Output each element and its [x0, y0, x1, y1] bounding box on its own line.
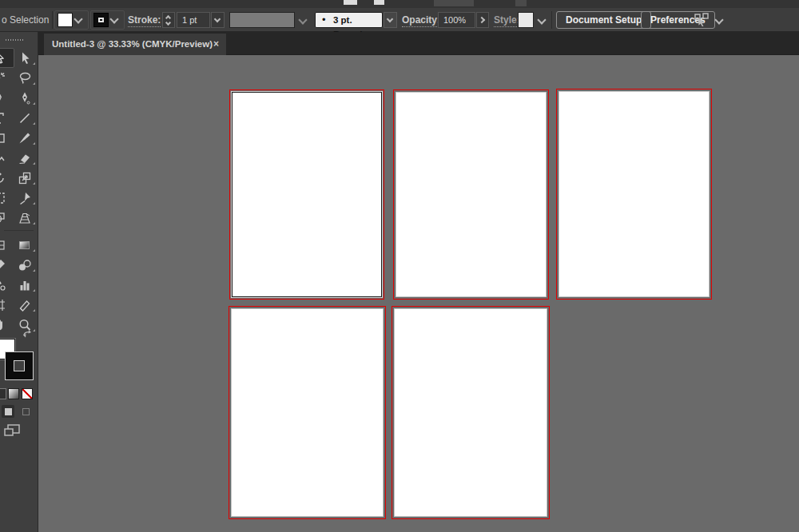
slice-tool-icon[interactable] [11, 295, 38, 315]
pen-tool-icon[interactable] [0, 88, 11, 108]
tool-row [0, 48, 38, 68]
tools-panel [0, 32, 38, 532]
tool-row [0, 88, 38, 108]
app-bar-fragment [515, 0, 527, 6]
fill-swatch-group [54, 10, 89, 30]
tool-row [0, 235, 38, 255]
lasso-tool-icon[interactable] [11, 68, 38, 88]
tab-close-icon[interactable]: × [213, 34, 219, 55]
style-swatch[interactable] [518, 12, 534, 28]
artboard-5-paper[interactable] [394, 308, 547, 517]
tool-list [0, 48, 38, 335]
color-button[interactable] [0, 388, 6, 399]
artboard-2[interactable] [393, 89, 549, 300]
brush-definition-dropdown[interactable]: • 3 pt. Round [315, 12, 383, 28]
tool-row [0, 108, 38, 128]
tool-row [0, 188, 38, 208]
stroke-weight-field[interactable]: 1 pt [177, 12, 210, 28]
separator [52, 11, 53, 29]
shaper-tool-icon[interactable] [0, 148, 11, 168]
rotate-tool-icon[interactable] [0, 168, 11, 188]
artboard-3-paper[interactable] [559, 91, 710, 297]
blend-tool-icon[interactable] [11, 255, 38, 275]
eyedropper-tool-icon[interactable] [0, 255, 11, 275]
tool-row [0, 275, 38, 295]
line-segment-tool-icon[interactable] [11, 108, 38, 128]
document-tab[interactable]: Untitled-3 @ 33.33% (CMYK/Preview) × [44, 34, 226, 55]
chevron-down-icon[interactable] [109, 14, 118, 23]
illustrator-window: o Selection Stroke: 1 pt • [0, 0, 799, 532]
app-bar-strip [0, 0, 799, 8]
select-similar-icon[interactable] [694, 13, 711, 27]
chevron-down-icon[interactable] [298, 15, 307, 24]
hand-tool-icon[interactable] [0, 315, 11, 335]
width-profile-dropdown[interactable] [229, 12, 295, 28]
artboard-5[interactable] [392, 306, 550, 519]
artboard-tool-icon[interactable] [0, 295, 11, 315]
stroke-label[interactable]: Stroke: [128, 14, 161, 27]
selection-tool-icon[interactable] [0, 48, 14, 68]
app-bar-fragment [434, 0, 474, 6]
artboard-1-paper[interactable] [232, 92, 382, 297]
separator [551, 11, 552, 29]
shape-builder-tool-icon[interactable] [0, 208, 11, 228]
artboard-4-paper[interactable] [231, 308, 384, 517]
paintbrush-tool-icon[interactable] [11, 128, 38, 148]
scale-tool-icon[interactable] [11, 168, 38, 188]
fill-color-swatch[interactable] [58, 13, 73, 27]
app-bar-fragment [344, 0, 357, 5]
opacity-field[interactable]: 100% [438, 12, 475, 28]
control-bar: o Selection Stroke: 1 pt • [0, 8, 799, 32]
gradient-tool-icon[interactable] [11, 235, 38, 255]
magic-wand-tool-icon[interactable] [0, 68, 11, 88]
document-tab-title: Untitled-3 @ 33.33% (CMYK/Preview) [52, 34, 213, 55]
artboard-3[interactable] [556, 89, 712, 300]
tool-row [0, 208, 38, 228]
document-tab-bar: Untitled-3 @ 33.33% (CMYK/Preview) × [38, 32, 799, 55]
stroke-weight-stepper[interactable] [162, 12, 175, 28]
tool-row [0, 255, 38, 275]
none-button[interactable] [22, 388, 33, 399]
stroke-swatch-group [90, 10, 125, 30]
opacity-expand-button[interactable] [476, 12, 489, 28]
type-tool-icon[interactable] [0, 108, 11, 128]
canvas-area[interactable] [38, 55, 799, 532]
tool-row [0, 68, 38, 88]
direct-selection-tool-icon[interactable] [14, 48, 38, 68]
artboard-4[interactable] [229, 306, 386, 519]
gradient-button[interactable] [8, 388, 19, 399]
curvature-tool-icon[interactable] [11, 88, 38, 108]
tool-row [0, 295, 38, 315]
stroke-indicator[interactable] [6, 352, 33, 379]
tool-row [0, 148, 38, 168]
brush-dropdown-button[interactable] [384, 12, 397, 28]
chevron-down-icon[interactable] [74, 14, 82, 23]
artboard-1[interactable] [229, 89, 384, 300]
opacity-label[interactable]: Opacity: [402, 14, 440, 27]
chevron-down-icon [387, 16, 393, 22]
chevron-right-icon [479, 17, 485, 23]
chevron-down-icon [214, 16, 221, 22]
stroke-weight-dropdown[interactable] [211, 12, 225, 28]
symbol-sprayer-tool-icon[interactable] [0, 275, 11, 295]
draw-normal-mode-icon[interactable] [2, 405, 14, 418]
perspective-grid-tool-icon[interactable] [11, 208, 38, 228]
rectangle-tool-icon[interactable] [0, 128, 11, 148]
puppet-warp-tool-icon[interactable] [11, 188, 38, 208]
document-setup-button[interactable]: Document Setup [556, 11, 651, 29]
stroke-color-swatch[interactable] [93, 13, 109, 27]
screen-mode-icon[interactable] [3, 423, 22, 438]
brush-dot-icon: • [322, 13, 326, 27]
panel-grip[interactable] [6, 39, 23, 41]
column-graph-tool-icon[interactable] [11, 275, 38, 295]
eraser-tool-icon[interactable] [11, 148, 38, 168]
draw-behind-mode-icon[interactable] [19, 405, 32, 418]
free-transform-tool-icon[interactable] [0, 188, 11, 208]
style-label[interactable]: Style: [494, 14, 520, 27]
chevron-down-icon[interactable] [714, 15, 723, 24]
swap-fill-stroke-icon[interactable] [22, 329, 33, 339]
mesh-tool-icon[interactable] [0, 235, 11, 255]
chevron-down-icon[interactable] [537, 15, 546, 24]
artboard-2-paper[interactable] [396, 92, 547, 297]
stepper-down-icon[interactable] [165, 20, 171, 26]
